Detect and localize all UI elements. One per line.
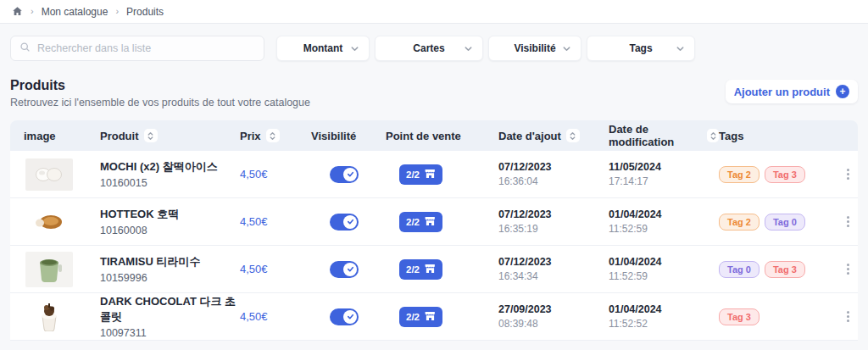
table-row: DARK CHOCOLAT 다크 초콜릿 10097311 4,50€ 2/2 … bbox=[10, 293, 858, 341]
search-icon bbox=[19, 41, 31, 56]
tag-pill: Tag 3 bbox=[765, 261, 805, 278]
storefront-icon bbox=[425, 311, 436, 323]
date-added-cell: 07/12/2023 16:36:04 bbox=[498, 161, 609, 187]
page-header: Produits Retrouvez ici l'ensemble de vos… bbox=[10, 78, 310, 108]
tags-cell: Tag 2Tag 3 bbox=[719, 166, 837, 183]
product-name: DARK CHOCOLAT 다크 초콜릿 bbox=[100, 294, 240, 325]
filter-dropdown-cartes[interactable]: Cartes bbox=[375, 36, 483, 61]
tag-pill: Tag 2 bbox=[719, 166, 760, 183]
time-modified: 11:52:59 bbox=[609, 223, 719, 235]
tag-pill: Tag 2 bbox=[719, 214, 760, 231]
column-label: Date de modification bbox=[609, 123, 702, 148]
kebab-menu-icon[interactable] bbox=[843, 213, 853, 231]
column-label: Visibilité bbox=[311, 130, 356, 142]
filter-dropdown-tags[interactable]: Tags bbox=[587, 36, 695, 61]
product-price: 4,50€ bbox=[240, 310, 311, 323]
sort-icon[interactable] bbox=[144, 129, 158, 142]
breadcrumb-item[interactable]: Mon catalogue bbox=[42, 6, 108, 18]
column-label: Point de vente bbox=[386, 130, 461, 142]
time-modified: 11:52:59 bbox=[609, 270, 719, 282]
product-price: 4,50€ bbox=[240, 263, 311, 275]
date-added-cell: 27/09/2023 08:39:48 bbox=[498, 303, 609, 330]
date-added-cell: 07/12/2023 16:35:19 bbox=[498, 208, 609, 235]
kebab-menu-icon[interactable] bbox=[843, 165, 853, 183]
kebab-menu-icon[interactable] bbox=[843, 308, 853, 325]
product-sku: 10097311 bbox=[100, 327, 240, 339]
pos-count: 2/2 bbox=[406, 264, 420, 275]
dropdown-label: Cartes bbox=[413, 42, 444, 54]
pos-badge[interactable]: 2/2 bbox=[399, 164, 442, 185]
date-added: 27/09/2023 bbox=[498, 303, 609, 315]
column-header-tags: Tags bbox=[719, 130, 837, 142]
visibility-toggle[interactable] bbox=[330, 308, 359, 325]
dropdown-label: Tags bbox=[629, 42, 652, 54]
pos-badge[interactable]: 2/2 bbox=[399, 307, 442, 327]
product-thumbnail bbox=[24, 252, 75, 287]
table-row: HOTTEOK 호떡 10160008 4,50€ 2/2 07/12/2023… bbox=[10, 198, 858, 246]
chevron-right-icon: › bbox=[31, 6, 34, 16]
product-name: TIRAMISU 티라미수 bbox=[100, 254, 240, 269]
time-modified: 11:52:52 bbox=[609, 318, 719, 330]
pos-count: 2/2 bbox=[406, 169, 420, 180]
column-header-prix: Prix bbox=[240, 129, 311, 142]
add-product-button[interactable]: Ajouter un produit + bbox=[726, 80, 858, 103]
chevron-down-icon bbox=[562, 44, 571, 56]
kebab-menu-icon[interactable] bbox=[843, 260, 853, 278]
table-header-row: imageProduitPrixVisibilitéPoint de vente… bbox=[10, 120, 858, 151]
search-box[interactable] bbox=[10, 36, 264, 61]
sort-icon[interactable] bbox=[707, 129, 719, 142]
tags-cell: Tag 0Tag 3 bbox=[719, 261, 837, 278]
date-added-cell: 07/12/2023 16:34:34 bbox=[498, 256, 609, 282]
visibility-toggle[interactable] bbox=[330, 214, 359, 231]
date-modified-cell: 01/04/2024 11:52:59 bbox=[609, 256, 719, 282]
product-name: HOTTEOK 호떡 bbox=[100, 207, 240, 222]
time-added: 16:36:04 bbox=[498, 175, 609, 187]
tag-pill: Tag 3 bbox=[719, 308, 760, 325]
visibility-toggle[interactable] bbox=[330, 166, 359, 183]
pos-count: 2/2 bbox=[406, 217, 420, 227]
tags-cell: Tag 3 bbox=[719, 308, 837, 325]
chevron-down-icon bbox=[350, 44, 359, 56]
breadcrumb-item[interactable]: Produits bbox=[126, 6, 164, 18]
storefront-icon bbox=[425, 169, 436, 181]
product-cell: TIRAMISU 티라미수 10159996 bbox=[100, 254, 240, 284]
column-label: image bbox=[24, 130, 56, 142]
chevron-right-icon: › bbox=[115, 6, 119, 16]
product-cell: MOCHI (x2) 찰떡아이스 10160015 bbox=[100, 159, 240, 189]
chevron-down-icon bbox=[464, 44, 473, 56]
dropdown-label: Montant bbox=[303, 42, 343, 54]
storefront-icon bbox=[425, 264, 436, 275]
check-icon bbox=[343, 310, 357, 324]
time-added: 08:39:48 bbox=[498, 318, 609, 330]
filter-dropdown-montant[interactable]: Montant bbox=[276, 36, 370, 61]
search-input[interactable] bbox=[37, 42, 255, 54]
date-modified: 01/04/2024 bbox=[609, 208, 719, 220]
sort-icon[interactable] bbox=[566, 129, 580, 142]
visibility-toggle[interactable] bbox=[330, 261, 359, 278]
page-title: Produits bbox=[10, 78, 310, 93]
pos-count: 2/2 bbox=[406, 312, 420, 322]
home-icon[interactable] bbox=[12, 6, 23, 17]
add-product-label: Ajouter un produit bbox=[734, 86, 830, 98]
product-cell: HOTTEOK 호떡 10160008 bbox=[100, 207, 240, 236]
date-modified-cell: 01/04/2024 11:52:52 bbox=[609, 303, 719, 330]
page-subtitle: Retrouvez ici l'ensemble de vos produits… bbox=[10, 97, 310, 108]
sort-icon[interactable] bbox=[266, 129, 280, 142]
filter-bar: MontantCartesVisibilitéTags bbox=[0, 24, 868, 61]
date-modified: 01/04/2024 bbox=[609, 303, 719, 315]
pos-badge[interactable]: 2/2 bbox=[399, 212, 442, 232]
time-added: 16:34:34 bbox=[498, 270, 609, 282]
filter-dropdown-visibilite[interactable]: Visibilité bbox=[488, 36, 581, 61]
column-header-produit: Produit bbox=[100, 129, 240, 142]
product-price: 4,50€ bbox=[240, 215, 311, 228]
product-sku: 10159996 bbox=[100, 272, 240, 284]
product-thumbnail bbox=[24, 213, 75, 231]
date-added: 07/12/2023 bbox=[498, 256, 609, 268]
pos-badge[interactable]: 2/2 bbox=[399, 259, 442, 280]
breadcrumb: ›Mon catalogue›Produits bbox=[0, 0, 868, 24]
tag-pill: Tag 3 bbox=[765, 166, 805, 183]
date-added: 07/12/2023 bbox=[498, 161, 609, 173]
check-icon bbox=[343, 215, 357, 229]
table-row: MOCHI (x2) 찰떡아이스 10160015 4,50€ 2/2 07/1… bbox=[10, 151, 858, 198]
column-header-date-d-ajout: Date d'ajout bbox=[498, 129, 609, 142]
